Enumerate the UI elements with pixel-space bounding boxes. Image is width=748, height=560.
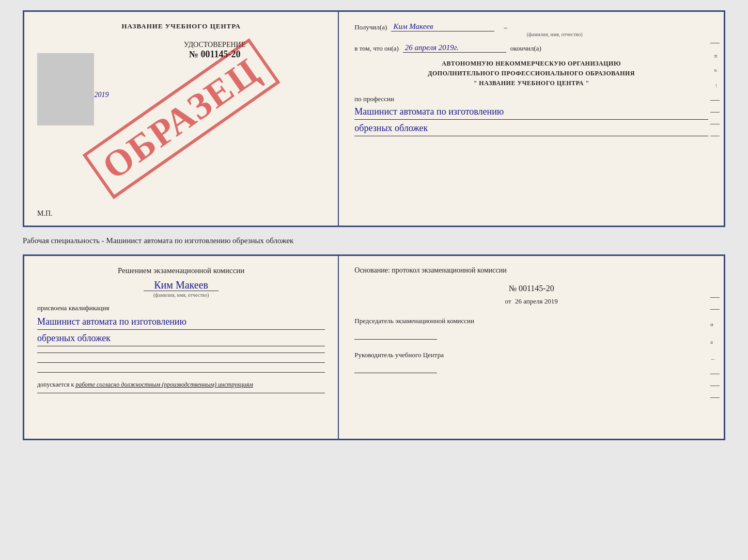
profession-label: по профессии [354, 95, 708, 103]
br-dash-2 [710, 309, 720, 310]
org-line2: ДОПОЛНИТЕЛЬНОГО ПРОФЕССИОНАЛЬНОГО ОБРАЗО… [354, 69, 708, 78]
bottom-name-sub-block: (фамилия, имя, отчество) [37, 292, 325, 298]
protocol-date-block: от 26 апреля 2019 [354, 297, 708, 306]
side-dash-3 [710, 112, 720, 113]
side-dash-1 [710, 43, 720, 43]
protocol-date: 26 апреля 2019 [515, 297, 558, 305]
br-arrow: ← [710, 356, 720, 362]
protocol-number: № 001145-20 [354, 284, 708, 293]
bottom-underline-3 [37, 372, 325, 373]
allowed-text: работе согласно должностным (производств… [75, 381, 253, 388]
date-label: от [505, 297, 511, 305]
side-dash-4 [710, 124, 720, 124]
main-container: НАЗВАНИЕ УЧЕБНОГО ЦЕНТРА УДОСТОВЕРЕНИЕ №… [23, 10, 725, 440]
bottom-name-sub: (фамилия, имя, отчество) [37, 292, 325, 298]
side-letter-i: и [710, 55, 720, 58]
cert-title: НАЗВАНИЕ УЧЕБНОГО ЦЕНТРА [37, 22, 325, 30]
br-dash-3 [710, 374, 720, 374]
side-dash-5 [710, 136, 720, 136]
in-that-label: в том, что он(а) [354, 44, 399, 53]
in-that-block: в том, что он(а) 26 апреля 2019г. окончи… [354, 43, 708, 53]
bottom-underline-4 [37, 393, 325, 393]
br-letter-i: и [710, 321, 720, 327]
profession-line2: обрезных обложек [354, 122, 708, 136]
bottom-person-block: Ким Макеев [37, 279, 325, 291]
chairman-label: Председатель экзаменационной комиссии [354, 316, 708, 326]
bottom-qualification-2: обрезных обложек [37, 332, 325, 346]
bottom-right-side-marks: и а ← [710, 297, 720, 398]
received-label: Получил(а) [354, 23, 387, 31]
cert-left-panel: НАЗВАНИЕ УЧЕБНОГО ЦЕНТРА УДОСТОВЕРЕНИЕ №… [24, 12, 339, 226]
br-dash-1 [710, 297, 720, 298]
obrazec-stamp: ОБРАЗЕЦ [82, 38, 280, 199]
side-dash-2 [710, 100, 720, 101]
org-line3: " НАЗВАНИЕ УЧЕБНОГО ЦЕНТРА " [354, 78, 708, 88]
bottom-person-name: Ким Макеев [144, 279, 219, 291]
top-certificate: НАЗВАНИЕ УЧЕБНОГО ЦЕНТРА УДОСТОВЕРЕНИЕ №… [23, 10, 725, 227]
org-line1: АВТОНОМНУЮ НЕКОММЕРЧЕСКУЮ ОРГАНИЗАЦИЮ [354, 59, 708, 69]
cert-label: УДОСТОВЕРЕНИЕ [104, 41, 325, 49]
br-dash-4 [710, 386, 720, 386]
profession-block: по профессии Машинист автомата по изгото… [354, 95, 708, 136]
cert-left-content: УДОСТОВЕРЕНИЕ № 001145-20 [104, 41, 325, 60]
cert-number: № 001145-20 [104, 49, 325, 60]
side-arrow: ← [710, 83, 720, 89]
completed-label: окончил(а) [510, 44, 541, 53]
bottom-underline-2 [37, 362, 325, 363]
basis-label: Основание: протокол экзаменационной коми… [354, 266, 708, 275]
bottom-qualification-1: Машинист автомата по изготовлению [37, 315, 325, 330]
allowed-block: допускается к работе согласно должностны… [37, 381, 325, 389]
director-signature [354, 363, 437, 373]
mp-label: М.П. [37, 210, 53, 218]
profession-line1: Машинист автомата по изготовлению [354, 105, 708, 120]
bottom-left-panel: Решением экзаменационной комиссии Ким Ма… [24, 256, 339, 439]
bottom-right-panel: Основание: протокол экзаменационной коми… [339, 256, 724, 439]
qualification-label: присвоена квалификация [37, 304, 325, 312]
director-label: Руководитель учебного Центра [354, 350, 708, 360]
bottom-certificate: Решением экзаменационной комиссии Ким Ма… [23, 254, 725, 440]
bottom-underline-1 [37, 353, 325, 353]
br-letter-a: а [710, 339, 720, 345]
org-text: АВТОНОМНУЮ НЕКОММЕРЧЕСКУЮ ОРГАНИЗАЦИЮ ДО… [354, 59, 708, 89]
chairman-signature [354, 329, 437, 340]
br-dash-5 [710, 397, 720, 398]
right-side-marks: и а ← [710, 43, 720, 136]
cert-right-panel: Получил(а) Ким Макеев – (фамилия, имя, о… [339, 12, 724, 226]
name-sub: (фамилия, имя, отчество) [401, 31, 708, 37]
decision-label: Решением экзаменационной комиссии [37, 266, 325, 275]
photo-placeholder [37, 53, 94, 125]
received-name: Ким Макеев [391, 22, 494, 31]
allowed-label: допускается к [37, 381, 74, 388]
received-block: Получил(а) Ким Макеев – (фамилия, имя, о… [354, 22, 708, 37]
separator-text: Рабочая специальность - Машинист автомат… [23, 232, 725, 249]
completion-date: 26 апреля 2019г. [403, 43, 506, 53]
side-letter-a: а [710, 69, 720, 72]
